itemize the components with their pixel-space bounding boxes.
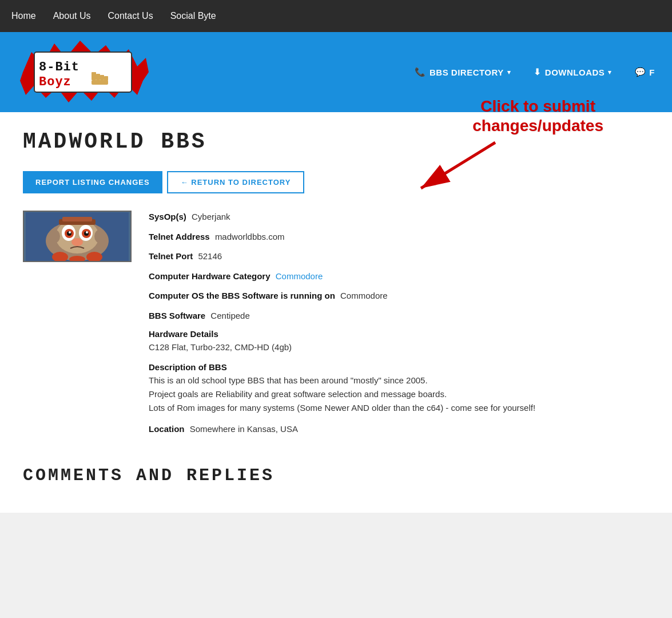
description-line3: Lots of Rom images for many systems (Som… xyxy=(149,403,535,413)
location-label: Location xyxy=(149,424,185,434)
telnet-value: madworldbbs.com xyxy=(215,232,285,241)
hardware-category-row: Computer Hardware Category Commodore xyxy=(149,270,649,283)
return-to-directory-button[interactable]: ← RETURN TO DIRECTORY xyxy=(167,171,305,193)
svg-point-20 xyxy=(69,231,71,233)
sysop-label: SysOp(s) xyxy=(149,212,186,221)
nav-social[interactable]: Social Byte xyxy=(170,11,216,21)
phone-icon: 📞 xyxy=(415,67,426,77)
action-area: Click to submitchanges/updates REPORT LI… xyxy=(23,171,649,193)
svg-rect-8 xyxy=(92,80,108,85)
chevron-down-icon: ▾ xyxy=(608,69,612,76)
chevron-down-icon: ▾ xyxy=(507,69,511,76)
hardware-category-label: Computer Hardware Category xyxy=(149,271,271,281)
svg-text:8-Bit: 8-Bit xyxy=(39,60,79,74)
page-title: MADWORLD BBS xyxy=(23,129,649,154)
top-navigation: Home About Us Contact Us Social Byte xyxy=(0,0,672,32)
forum-icon: 💬 xyxy=(635,67,646,77)
description-value: This is an old school type BBS that has … xyxy=(149,374,649,415)
description-label: Description of BBS xyxy=(149,362,649,372)
svg-point-24 xyxy=(94,229,106,243)
bbs-image xyxy=(23,211,132,262)
nav-contact[interactable]: Contact Us xyxy=(108,11,153,21)
nav-home[interactable]: Home xyxy=(11,11,36,21)
description-line1: This is an old school type BBS that has … xyxy=(149,375,428,385)
telnet-port-row: Telnet Port 52146 xyxy=(149,250,649,263)
nav-forum[interactable]: 💬 F xyxy=(635,67,655,77)
description-block: Description of BBS This is an old school… xyxy=(149,362,649,415)
bbs-details: SysOp(s) Cyberjank Telnet Address madwor… xyxy=(149,211,649,443)
site-logo[interactable]: 8-Bit Boyz xyxy=(17,41,149,104)
nav-about[interactable]: About Us xyxy=(53,11,91,21)
svg-rect-6 xyxy=(100,75,104,80)
telnet-label: Telnet Address xyxy=(149,232,210,241)
nav-bbs-directory[interactable]: 📞 BBS DIRECTORY ▾ xyxy=(415,67,511,77)
location-value: Somewhere in Kansas, USA xyxy=(190,424,298,434)
port-value: 52146 xyxy=(198,251,222,261)
svg-point-22 xyxy=(71,238,83,246)
software-value: Centipede xyxy=(210,311,249,320)
software-label: BBS Software xyxy=(149,311,205,320)
bbs-info-section: SysOp(s) Cyberjank Telnet Address madwor… xyxy=(23,211,649,443)
hardware-details-value: C128 Flat, Turbo-232, CMD-HD (4gb) xyxy=(149,342,292,352)
svg-rect-5 xyxy=(96,74,100,80)
description-line2: Project goals are Reliability and great … xyxy=(149,389,447,399)
os-value: Commodore xyxy=(340,291,388,300)
comments-title: COMMENTS AND REPLIES xyxy=(23,466,649,485)
main-content: MADWORLD BBS Click to submitchanges/upda… xyxy=(0,112,672,513)
hardware-details-label: Hardware Details xyxy=(149,329,649,339)
report-listing-button[interactable]: REPORT LISTING CHANGES xyxy=(23,171,162,193)
bbs-character-image xyxy=(26,212,129,261)
port-label: Telnet Port xyxy=(149,251,193,261)
telnet-address-row: Telnet Address madworldbbs.com xyxy=(149,231,649,244)
location-row: Location Somewhere in Kansas, USA xyxy=(149,423,649,436)
nav-downloads[interactable]: ⬇ DOWNLOADS ▾ xyxy=(534,67,612,77)
header-navigation: 📞 BBS DIRECTORY ▾ ⬇ DOWNLOADS ▾ 💬 F xyxy=(415,67,655,77)
os-label: Computer OS the BBS Software is running … xyxy=(149,291,335,300)
sysop-row: SysOp(s) Cyberjank xyxy=(149,211,649,224)
header-bar: 8-Bit Boyz 📞 BBS DIRECTORY ▾ ⬇ DOWNLOADS… xyxy=(0,32,672,112)
logo-area: 8-Bit Boyz xyxy=(17,41,149,104)
svg-rect-4 xyxy=(92,72,96,80)
svg-rect-7 xyxy=(104,76,108,81)
svg-point-21 xyxy=(86,231,88,233)
hardware-details-block: Hardware Details C128 Flat, Turbo-232, C… xyxy=(149,329,649,354)
os-row: Computer OS the BBS Software is running … xyxy=(149,290,649,303)
svg-point-23 xyxy=(49,229,60,243)
svg-rect-29 xyxy=(62,217,92,221)
sysop-value: Cyberjank xyxy=(192,212,230,221)
download-icon: ⬇ xyxy=(534,67,542,77)
software-row: BBS Software Centipede xyxy=(149,310,649,323)
buttons-row: REPORT LISTING CHANGES ← RETURN TO DIREC… xyxy=(23,171,649,193)
svg-text:Boyz: Boyz xyxy=(39,75,71,89)
hardware-category-link[interactable]: Commodore xyxy=(276,271,323,281)
